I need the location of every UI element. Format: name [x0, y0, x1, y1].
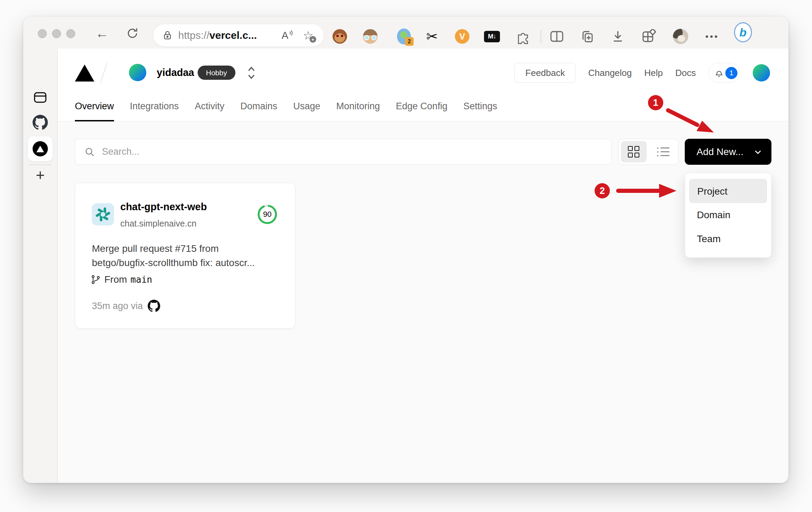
url-host: vercel.c...: [209, 29, 257, 41]
git-branch-icon: [90, 274, 101, 285]
reload-icon: [126, 27, 139, 40]
commit-line-2: betgo/bugfix-scrollthumb fix: autoscr...: [92, 256, 255, 270]
browser-sidebar: +: [23, 49, 57, 483]
plan-badge: Hobby: [198, 66, 235, 80]
dashboard-header: yidadaa Hobby Feedback Changelog Help Do…: [58, 49, 788, 121]
puzzle-icon: [516, 29, 530, 44]
extension-blue-badge[interactable]: 2: [395, 27, 413, 45]
vercel-dashboard: yidadaa Hobby Feedback Changelog Help Do…: [57, 49, 788, 483]
openai-logo-icon: [95, 206, 111, 222]
bing-chat-button[interactable]: b: [734, 23, 752, 41]
deploy-time: 35m ago via: [92, 301, 143, 312]
bell-icon: [714, 68, 724, 78]
extension-v[interactable]: V: [453, 27, 471, 45]
tab-actions-button[interactable]: [34, 92, 47, 105]
add-new-dropdown: Project Domain Team: [685, 173, 771, 258]
apps-button[interactable]: [640, 27, 658, 45]
star-plus-badge: +: [310, 36, 316, 43]
team-switcher-button[interactable]: [247, 65, 256, 82]
list-view-button[interactable]: [651, 141, 676, 162]
tab-integrations[interactable]: Integrations: [130, 101, 179, 121]
score-value: 90: [257, 204, 278, 225]
notifications-button[interactable]: 1: [708, 63, 740, 83]
project-card[interactable]: chat-gpt-next-web chat.simplenaive.cn 90…: [75, 183, 295, 328]
extension-tampermonkey[interactable]: [331, 27, 349, 45]
back-button[interactable]: ←: [94, 25, 110, 42]
scissors-icon: ✂: [426, 28, 438, 44]
address-bar[interactable]: https://vercel.c... A ☆ +: [153, 24, 324, 47]
lock-icon: [162, 30, 173, 41]
new-tab-button[interactable]: +: [32, 167, 49, 184]
tab-domains[interactable]: Domains: [240, 101, 277, 121]
downloads-button[interactable]: [609, 27, 627, 45]
dropdown-item-domain[interactable]: Domain: [689, 203, 767, 227]
read-aloud-waves-icon: [288, 30, 294, 37]
project-domain[interactable]: chat.simplenaive.cn: [120, 219, 197, 229]
tab-edge-config[interactable]: Edge Config: [396, 101, 448, 121]
annotation-step-2: 2: [595, 183, 610, 198]
list-icon: [657, 147, 670, 156]
tab-activity[interactable]: Activity: [195, 101, 225, 121]
browser-menu-button[interactable]: •••: [703, 27, 721, 45]
from-label: From: [104, 274, 127, 285]
extension-avatar-girl[interactable]: [361, 27, 379, 45]
sidebar-tab-vercel-active[interactable]: [28, 136, 53, 161]
sidebar-tab-github[interactable]: [33, 115, 48, 131]
projects-content: Add New... Project Domain Team: [58, 121, 788, 483]
link-changelog[interactable]: Changelog: [588, 68, 632, 78]
minimize-window-button[interactable]: [52, 29, 61, 38]
chevron-up-down-icon: [247, 65, 256, 80]
score-ring[interactable]: 90: [257, 204, 278, 225]
user-avatar[interactable]: [753, 64, 770, 82]
toolbar-divider: [541, 30, 541, 43]
chevron-down-icon: [753, 147, 762, 156]
browser-window: ← https://vercel.c... A: [23, 17, 788, 483]
tab-settings[interactable]: Settings: [463, 101, 497, 121]
team-avatar[interactable]: [129, 64, 146, 81]
apps-grid-icon: [641, 29, 656, 44]
ellipsis-icon: •••: [705, 31, 719, 42]
vercel-logo[interactable]: [75, 65, 94, 82]
extensions-menu-button[interactable]: [514, 27, 532, 45]
extension-clipper[interactable]: ✂: [423, 27, 441, 45]
collections-icon: [580, 29, 594, 43]
github-favicon: [33, 115, 48, 130]
split-screen-button[interactable]: [548, 27, 566, 45]
browser-profile-button[interactable]: [672, 27, 690, 45]
project-icon-tile: [92, 203, 114, 225]
feedback-button[interactable]: Feedback: [515, 63, 576, 83]
grid-view-button[interactable]: [621, 141, 647, 162]
close-window-button[interactable]: [38, 29, 47, 38]
tab-overview[interactable]: Overview: [75, 101, 114, 121]
annotation-step-1: 1: [648, 95, 663, 110]
favorite-button[interactable]: ☆ +: [303, 29, 313, 41]
project-name[interactable]: chat-gpt-next-web: [120, 201, 207, 213]
github-icon: [148, 300, 160, 312]
link-docs[interactable]: Docs: [675, 68, 696, 78]
read-aloud-button[interactable]: A: [282, 30, 294, 41]
blue-circle-icon: 2: [397, 28, 411, 44]
branch-name: main: [130, 274, 152, 285]
tab-usage[interactable]: Usage: [293, 101, 320, 121]
window-panel-icon: [34, 92, 47, 103]
extension-markdown[interactable]: M↓: [483, 27, 501, 45]
collections-button[interactable]: [578, 27, 596, 45]
team-name[interactable]: yidadaa: [157, 64, 194, 81]
tab-monitoring[interactable]: Monitoring: [336, 101, 380, 121]
reload-button[interactable]: [124, 25, 141, 42]
zoom-window-button[interactable]: [66, 29, 75, 38]
search-input[interactable]: [102, 146, 602, 157]
link-help[interactable]: Help: [644, 68, 663, 78]
search-bar: [75, 139, 612, 165]
dropdown-item-team[interactable]: Team: [689, 227, 767, 251]
bing-icon: b: [734, 22, 752, 42]
browser-toolbar: ← https://vercel.c... A: [23, 17, 788, 49]
notification-count-badge: 1: [725, 67, 737, 79]
breadcrumb-slash: [100, 63, 107, 84]
dashboard-tabs: Overview Integrations Activity Domains U…: [75, 101, 497, 121]
read-aloud-icon: A: [282, 30, 288, 41]
monkey-icon: [332, 29, 347, 44]
dropdown-item-project[interactable]: Project: [689, 179, 767, 203]
add-new-button[interactable]: Add New...: [685, 139, 771, 165]
deploy-meta: 35m ago via: [92, 300, 160, 312]
